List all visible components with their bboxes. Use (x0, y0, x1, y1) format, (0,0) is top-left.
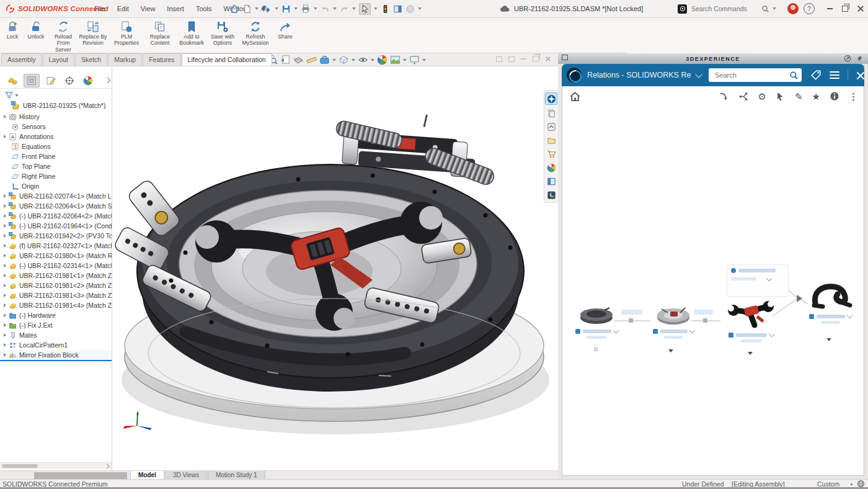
rebuild-stoplight-icon[interactable] (381, 4, 390, 14)
hud-caret-1[interactable] (332, 59, 336, 61)
dock-icon[interactable] (562, 55, 568, 60)
relation-node-spider[interactable] (723, 297, 779, 343)
kebab-menu-icon[interactable]: ⋮ (849, 92, 858, 101)
expand-arrow-icon[interactable] (4, 274, 6, 277)
expand-arrow-icon[interactable] (4, 353, 6, 357)
new-caret-icon[interactable] (255, 7, 259, 10)
expand-arrow-icon[interactable] (4, 135, 6, 138)
home-icon[interactable] (229, 4, 239, 14)
tab-3d-views[interactable]: 3D Views (165, 471, 207, 480)
tab-bar-scrollbar[interactable] (34, 472, 127, 479)
select-caret-icon[interactable] (374, 7, 378, 10)
appearance-box-icon[interactable] (319, 55, 330, 65)
tree-item[interactable]: Right Plane (0, 171, 112, 181)
design-library-icon[interactable] (546, 107, 557, 119)
menu-tools[interactable]: Tools (196, 5, 212, 12)
panel-close-icon[interactable] (856, 71, 864, 79)
menu-file[interactable]: File (94, 5, 105, 12)
3dexperience-compass-icon[interactable] (545, 92, 557, 105)
pop-out-icon[interactable] (844, 55, 851, 62)
tree-horizontal-scrollbar[interactable] (0, 462, 112, 469)
user-avatar[interactable] (787, 3, 799, 14)
doc-close-icon[interactable] (546, 56, 551, 61)
tab-assembly[interactable]: Assembly (1, 53, 42, 66)
tab-featuremanager-tree[interactable] (5, 74, 20, 87)
hud-caret-3[interactable] (371, 59, 374, 61)
add-to-bookmark-button[interactable]: Add to Bookmark (176, 19, 207, 53)
appearances-wheel-icon[interactable] (546, 162, 557, 173)
tab-features[interactable]: Features (143, 53, 180, 66)
tab-lifecycle-collaboration[interactable]: Lifecycle and Collaboration (182, 53, 272, 66)
tree-item[interactable]: (-) Hardware (0, 310, 112, 320)
minimize-button[interactable] (827, 0, 833, 17)
node-marker-icon[interactable] (668, 349, 673, 352)
tree-item[interactable]: Equations (0, 141, 112, 151)
search-commands-input[interactable] (690, 4, 758, 13)
doc-minimize-icon[interactable] (521, 58, 526, 60)
menu-view[interactable]: View (141, 5, 156, 12)
tree-item[interactable]: Front Plane (0, 151, 112, 161)
expand-arrow-icon[interactable] (4, 254, 6, 258)
expand-arrow-icon[interactable] (4, 194, 6, 198)
select-pointer-icon[interactable] (776, 91, 786, 101)
relation-node-subassembly[interactable] (649, 302, 698, 339)
new-document-icon[interactable] (242, 4, 252, 14)
expand-arrow-icon[interactable] (4, 343, 6, 347)
favorite-star-icon[interactable]: ★ (812, 92, 820, 101)
open-icon[interactable] (262, 4, 272, 14)
tree-item[interactable]: (f) UBR-21162-02327<1> (Match In (0, 241, 112, 251)
print-icon[interactable] (301, 4, 311, 14)
tree-item[interactable]: Origin (0, 181, 112, 191)
doc-window-icon-1[interactable] (496, 56, 502, 62)
doc-window-icon-2[interactable] (508, 56, 515, 62)
card-expand-icon[interactable] (766, 276, 773, 282)
file-explorer-icon[interactable] (546, 135, 557, 146)
help-button[interactable]: ? (804, 3, 815, 14)
hud-caret-4[interactable] (403, 59, 407, 61)
doc-restore-icon[interactable] (533, 56, 539, 62)
previous-view-icon[interactable] (280, 55, 291, 65)
menu-insert[interactable]: Insert (167, 5, 184, 12)
reload-from-server-button[interactable]: Reload From Server (50, 19, 77, 53)
expand-arrow-icon[interactable] (4, 115, 6, 119)
save-caret-icon[interactable] (294, 7, 298, 10)
hud-caret-2[interactable] (352, 59, 355, 61)
hamburger-menu-icon[interactable] (830, 71, 839, 79)
restore-button[interactable] (842, 0, 848, 17)
tab-markup[interactable]: Markup (108, 53, 142, 66)
save-icon[interactable] (281, 4, 291, 14)
expand-arrow-icon[interactable] (4, 323, 6, 327)
import-arrow-icon[interactable] (719, 91, 729, 102)
save-with-options-button[interactable]: Save with Options (208, 19, 237, 53)
relations-home-icon[interactable] (569, 91, 581, 102)
unlock-button[interactable]: Unlock (24, 19, 48, 53)
expand-arrow-icon[interactable] (4, 294, 6, 297)
hide-show-items-icon[interactable] (358, 55, 368, 65)
tree-item-mates[interactable]: Mates (0, 330, 112, 340)
measure-icon[interactable] (306, 55, 317, 65)
share-button[interactable]: Share (274, 19, 296, 53)
lock-button[interactable]: Lock (2, 19, 22, 53)
expand-arrow-icon[interactable] (4, 224, 6, 228)
tab-motion-study[interactable]: Motion Study 1 (208, 471, 265, 480)
expand-arrow-icon[interactable] (4, 333, 6, 337)
tag-icon[interactable] (810, 70, 822, 81)
relations-branch-icon[interactable] (738, 91, 749, 102)
settings-gear-icon[interactable]: ⚙ (758, 92, 766, 101)
undo-caret-icon[interactable] (333, 7, 337, 10)
graphics-viewport[interactable] (112, 66, 558, 470)
tab-property-manager[interactable] (24, 74, 40, 87)
tree-item[interactable]: Sensors (0, 122, 112, 132)
tree-filter[interactable] (5, 91, 19, 99)
tree-item[interactable]: UBR-21162-01981<4> (Match Zinc (0, 300, 112, 310)
sphere-icon[interactable] (405, 4, 415, 14)
tree-item[interactable]: UBR-21162-01980<1> (Match Ring (0, 251, 112, 261)
print-caret-icon[interactable] (314, 7, 317, 10)
expand-arrow-icon[interactable] (4, 264, 6, 267)
tab-display-manager[interactable] (81, 74, 95, 87)
expand-arrow-icon[interactable] (4, 234, 6, 238)
edit-appearance-icon[interactable] (377, 55, 388, 65)
expand-arrow-icon[interactable] (4, 303, 6, 307)
assembly-3d-model[interactable] (112, 66, 558, 470)
edit-pencil-icon[interactable]: ✎ (795, 92, 803, 101)
